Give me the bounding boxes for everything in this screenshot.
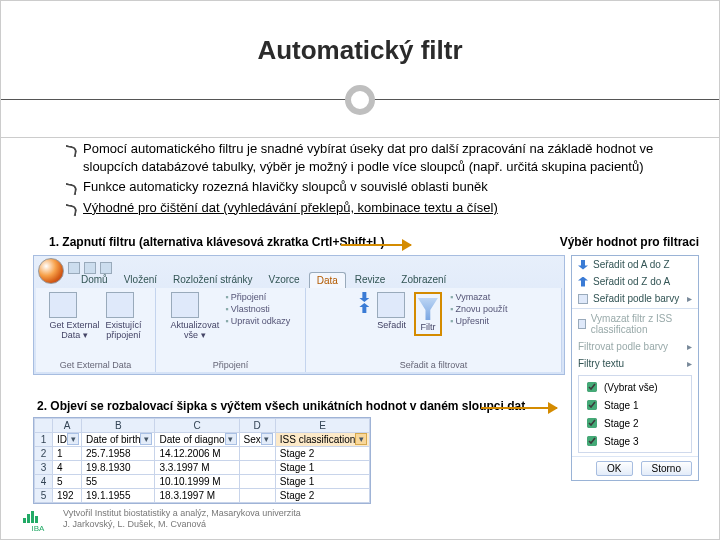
filter-label: Filtr bbox=[418, 322, 438, 332]
filter-values-label: Výběr hodnot pro filtraci bbox=[560, 235, 699, 249]
filter-values-list: (Vybrat vše) Stage 1 Stage 2 Stage 3 bbox=[578, 375, 692, 453]
funnel-icon[interactable] bbox=[418, 298, 438, 320]
group-connections: Aktualizovat vše ▾ Připojení Vlastnosti … bbox=[156, 288, 306, 372]
sort-by-color-item[interactable]: Seřadit podle barvy bbox=[572, 290, 698, 307]
bullet-list: Pomocí automatického filtru je snadné vy… bbox=[43, 140, 691, 219]
cell[interactable]: Stage 1 bbox=[275, 475, 370, 489]
cell[interactable]: 192 bbox=[53, 489, 82, 503]
refresh-all-label: Aktualizovat vše ▾ bbox=[171, 320, 220, 340]
palette-icon bbox=[578, 294, 588, 304]
filter-button-highlight: Filtr bbox=[414, 292, 442, 336]
sort-label: Seřadit bbox=[377, 320, 406, 330]
filter-value-item[interactable]: Stage 1 bbox=[583, 397, 687, 413]
filter-value-item[interactable]: Stage 2 bbox=[583, 415, 687, 431]
sort-az-icon[interactable] bbox=[359, 292, 369, 302]
filter-value-all[interactable]: (Vybrat vše) bbox=[583, 379, 687, 395]
cell[interactable]: 5 bbox=[53, 475, 82, 489]
external-data-label: Get External Data ▾ bbox=[49, 320, 99, 340]
cell[interactable]: 55 bbox=[82, 475, 155, 489]
excel-ribbon: Domů Vložení Rozložení stránky Vzorce Da… bbox=[33, 255, 565, 375]
group-caption: Připojení bbox=[156, 360, 305, 370]
cell[interactable]: Stage 2 bbox=[275, 489, 370, 503]
tab-review[interactable]: Revize bbox=[348, 272, 393, 288]
checkbox[interactable] bbox=[587, 418, 597, 428]
external-data-icon[interactable] bbox=[49, 292, 77, 318]
arrow-icon bbox=[341, 244, 411, 246]
sort-za-icon[interactable] bbox=[359, 303, 369, 313]
group-sort-filter: Seřadit Filtr Vymazat Znovu použít Upřes… bbox=[306, 288, 562, 372]
cell[interactable]: 14.12.2006 M bbox=[155, 447, 239, 461]
col-header[interactable]: C bbox=[155, 419, 239, 433]
filter-header-iss[interactable]: ISS classification bbox=[275, 433, 370, 447]
bullet-item: Funkce automaticky rozezná hlavičky slou… bbox=[83, 178, 691, 196]
group-external-data: Get External Data ▾ Existující připojení… bbox=[36, 288, 156, 372]
connections-link[interactable]: Připojení bbox=[225, 292, 290, 302]
tab-data[interactable]: Data bbox=[309, 272, 346, 288]
office-button[interactable] bbox=[38, 258, 64, 284]
corner-cell[interactable] bbox=[35, 419, 53, 433]
filter-header-id[interactable]: ID bbox=[53, 433, 82, 447]
cell[interactable]: 3.3.1997 M bbox=[155, 461, 239, 475]
spreadsheet: A B C D E 1 ID Date of birth Date of dia… bbox=[33, 417, 371, 504]
existing-connections-label: Existující připojení bbox=[106, 320, 142, 340]
reapply-link[interactable]: Znovu použít bbox=[450, 304, 508, 314]
cell[interactable]: 19.1.1955 bbox=[82, 489, 155, 503]
title-ornament-circle bbox=[345, 85, 375, 115]
edit-links-link[interactable]: Upravit odkazy bbox=[225, 316, 290, 326]
sort-za-icon bbox=[578, 277, 588, 287]
cell[interactable]: 1 bbox=[53, 447, 82, 461]
refresh-all-icon[interactable] bbox=[171, 292, 199, 318]
checkbox[interactable] bbox=[587, 382, 597, 392]
filter-header-diag[interactable]: Date of diagno bbox=[155, 433, 239, 447]
clear-filter-item: Vymazat filtr z ISS classification bbox=[572, 310, 698, 338]
tab-formulas[interactable]: Vzorce bbox=[262, 272, 307, 288]
col-header[interactable]: E bbox=[275, 419, 370, 433]
arrow-icon bbox=[481, 407, 557, 409]
row-number[interactable]: 1 bbox=[35, 433, 53, 447]
step-2-label: 2. Objeví se rozbalovací šipka s výčtem … bbox=[37, 399, 525, 413]
row-number[interactable]: 5 bbox=[35, 489, 53, 503]
group-caption: Seřadit a filtrovat bbox=[306, 360, 561, 370]
filter-value-item[interactable]: Stage 3 bbox=[583, 433, 687, 449]
cell[interactable]: Stage 2 bbox=[275, 447, 370, 461]
step-1-label: 1. Zapnutí filtru (alternativa klávesová… bbox=[49, 235, 384, 249]
cell[interactable]: 4 bbox=[53, 461, 82, 475]
advanced-link[interactable]: Upřesnit bbox=[450, 316, 508, 326]
row-number[interactable]: 2 bbox=[35, 447, 53, 461]
existing-connections-icon[interactable] bbox=[106, 292, 134, 318]
sort-icon[interactable] bbox=[377, 292, 405, 318]
tab-view[interactable]: Zobrazení bbox=[394, 272, 453, 288]
col-header[interactable]: A bbox=[53, 419, 82, 433]
cell[interactable]: Stage 1 bbox=[275, 461, 370, 475]
cell[interactable]: 10.10.1999 M bbox=[155, 475, 239, 489]
row-number[interactable]: 4 bbox=[35, 475, 53, 489]
row-number[interactable]: 3 bbox=[35, 461, 53, 475]
filter-header-sex[interactable]: Sex bbox=[239, 433, 275, 447]
clear-filter-link[interactable]: Vymazat bbox=[450, 292, 508, 302]
col-header[interactable]: B bbox=[82, 419, 155, 433]
sort-az-icon bbox=[578, 260, 588, 270]
slide-title: Automatický filtr bbox=[1, 35, 719, 66]
checkbox[interactable] bbox=[587, 436, 597, 446]
checkbox[interactable] bbox=[587, 400, 597, 410]
tab-insert[interactable]: Vložení bbox=[117, 272, 164, 288]
tab-home[interactable]: Domů bbox=[74, 272, 115, 288]
tab-pagelayout[interactable]: Rozložení stránky bbox=[166, 272, 259, 288]
cell[interactable]: 18.3.1997 M bbox=[155, 489, 239, 503]
col-header[interactable]: D bbox=[239, 419, 275, 433]
ribbon-tabs: Domů Vložení Rozložení stránky Vzorce Da… bbox=[74, 272, 453, 288]
sort-az-item[interactable]: Seřadit od A do Z bbox=[572, 256, 698, 273]
ok-button[interactable]: OK bbox=[596, 461, 632, 476]
cell[interactable]: 19.8.1930 bbox=[82, 461, 155, 475]
footer-credits: Vytvořil Institut biostatistiky a analýz… bbox=[63, 508, 301, 531]
filter-header-dob[interactable]: Date of birth bbox=[82, 433, 155, 447]
cancel-button[interactable]: Storno bbox=[641, 461, 692, 476]
text-filters-item[interactable]: Filtry textu bbox=[572, 355, 698, 372]
autofilter-dropdown: Seřadit od A do Z Seřadit od Z do A Seřa… bbox=[571, 255, 699, 481]
filter-by-color-item: Filtrovat podle barvy bbox=[572, 338, 698, 355]
group-caption: Get External Data bbox=[36, 360, 155, 370]
cell[interactable]: 25.7.1958 bbox=[82, 447, 155, 461]
bullet-item: Výhodné pro čištění dat (vyhledávání pře… bbox=[83, 199, 691, 217]
sort-za-item[interactable]: Seřadit od Z do A bbox=[572, 273, 698, 290]
properties-link[interactable]: Vlastnosti bbox=[225, 304, 290, 314]
